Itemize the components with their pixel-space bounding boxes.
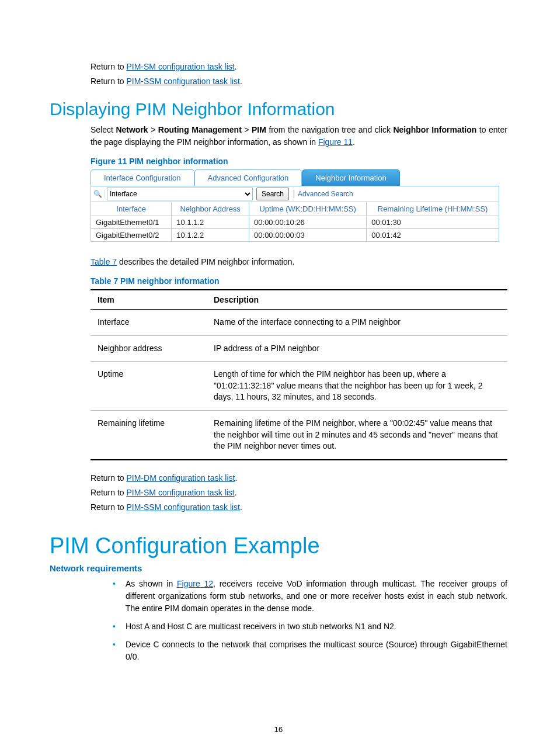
th-item: Item	[90, 290, 207, 310]
table7-intro: Table 7 describes the detailed PIM neigh…	[90, 256, 507, 268]
return-pim-ssm: Return to PIM-SSM configuration task lis…	[90, 75, 507, 88]
link-pim-dm[interactable]: PIM-DM configuration task list	[126, 473, 235, 483]
page-number: 16	[0, 725, 557, 734]
col-remaining-lifetime: Remaining Lifetime (HH:MM:SS)	[367, 202, 499, 216]
section-heading-displaying: Displaying PIM Neighbor Information	[50, 99, 507, 119]
table-row: Neighbor address IP address of a PIM nei…	[90, 335, 507, 362]
section-heading-pim-config-example: PIM Configuration Example	[50, 533, 507, 559]
table-row: Remaining lifetime Remaining lifetime of…	[90, 410, 507, 459]
def-desc: IP address of a PIM neighbor	[207, 335, 507, 362]
link-table-7[interactable]: Table 7	[90, 257, 117, 266]
cell-addr: 10.1.1.2	[172, 216, 249, 229]
return-prefix: Return to	[90, 62, 126, 71]
def-item: Neighbor address	[90, 335, 207, 362]
table-7: Item Description Interface Name of the i…	[90, 289, 507, 460]
nav-neighbor-info: Neighbor Information	[393, 125, 476, 134]
cell-remain: 00:01:30	[367, 216, 499, 229]
advanced-search-link[interactable]: Advanced Search	[294, 190, 353, 198]
subhead-network-requirements: Network requirements	[50, 563, 507, 573]
cell-uptime: 00:00:00:00:03	[249, 229, 367, 242]
period: .	[235, 62, 237, 71]
nav-network: Network	[116, 125, 148, 134]
return-pim-dm: Return to PIM-DM configuration task list…	[90, 472, 507, 484]
search-icon: 🔍	[91, 190, 105, 198]
table-row: GigabitEthernet0/1 10.1.1.2 00:00:00:10:…	[91, 216, 499, 229]
col-neighbor-address: Neighbor Address	[172, 202, 249, 216]
intro-paragraph: Select Network > Routing Management > PI…	[90, 124, 507, 148]
period: .	[240, 77, 242, 86]
link-pim-ssm[interactable]: PIM-SSM configuration task list	[126, 77, 240, 86]
return-prefix: Return to	[90, 488, 126, 497]
search-bar: 🔍 Interface Search Advanced Search	[90, 186, 499, 202]
tab-advanced-config[interactable]: Advanced Configuration	[194, 169, 302, 186]
table-row: Interface Name of the interface connecti…	[90, 310, 507, 336]
th-desc: Description	[207, 290, 507, 310]
link-pim-sm[interactable]: PIM-SM configuration task list	[126, 62, 234, 71]
tab-interface-config[interactable]: Interface Configuration	[90, 169, 194, 186]
list-item: Host A and Host C are multicast receiver…	[108, 620, 507, 633]
requirements-list: As shown in Figure 12, receivers receive…	[108, 578, 507, 663]
search-button[interactable]: Search	[256, 188, 289, 200]
cell-iface: GigabitEthernet0/2	[91, 229, 172, 242]
def-item: Interface	[90, 310, 207, 336]
search-field-select[interactable]: Interface	[107, 188, 253, 200]
table-row: Uptime Length of time for which the PIM …	[90, 362, 507, 411]
cell-uptime: 00:00:00:10:26	[249, 216, 367, 229]
nav-routing: Routing Management	[158, 125, 242, 134]
cell-iface: GigabitEthernet0/1	[91, 216, 172, 229]
link-figure-11[interactable]: Figure 11	[318, 137, 353, 147]
return-prefix: Return to	[90, 502, 126, 512]
nav-pim: PIM	[252, 125, 266, 134]
col-interface: Interface	[91, 202, 172, 216]
def-desc: Length of time for which the PIM neighbo…	[207, 362, 507, 411]
return-prefix: Return to	[90, 473, 126, 483]
table-row: GigabitEthernet0/2 10.1.2.2 00:00:00:00:…	[91, 229, 499, 242]
link-figure-12[interactable]: Figure 12	[177, 579, 213, 588]
figure-11: Interface Configuration Advanced Configu…	[90, 169, 499, 242]
def-desc: Name of the interface connecting to a PI…	[207, 310, 507, 336]
table-7-caption: Table 7 PIM neighbor information	[90, 276, 507, 286]
list-item: Device C connects to the network that co…	[108, 639, 507, 663]
link-pim-sm-2[interactable]: PIM-SM configuration task list	[126, 488, 234, 497]
cell-addr: 10.1.2.2	[172, 229, 249, 242]
period: .	[240, 502, 242, 512]
neighbor-table: Interface Neighbor Address Uptime (WK:DD…	[90, 202, 499, 242]
table-header-row: Interface Neighbor Address Uptime (WK:DD…	[91, 202, 499, 216]
def-item: Uptime	[90, 362, 207, 411]
return-pim-sm-2: Return to PIM-SM configuration task list…	[90, 487, 507, 499]
col-uptime: Uptime (WK:DD:HH:MM:SS)	[249, 202, 367, 216]
link-pim-ssm-2[interactable]: PIM-SSM configuration task list	[126, 502, 240, 512]
return-pim-sm: Return to PIM-SM configuration task list…	[90, 61, 507, 73]
return-pim-ssm-2: Return to PIM-SSM configuration task lis…	[90, 501, 507, 514]
list-item: As shown in Figure 12, receivers receive…	[108, 578, 507, 615]
period: .	[235, 488, 237, 497]
figure-11-caption: Figure 11 PIM neighbor information	[90, 157, 507, 166]
def-item: Remaining lifetime	[90, 410, 207, 459]
def-desc: Remaining lifetime of the PIM neighbor, …	[207, 410, 507, 459]
period: .	[235, 473, 237, 483]
cell-remain: 00:01:42	[367, 229, 499, 242]
tab-neighbor-info[interactable]: Neighbor Information	[302, 169, 399, 186]
return-prefix: Return to	[90, 77, 126, 86]
